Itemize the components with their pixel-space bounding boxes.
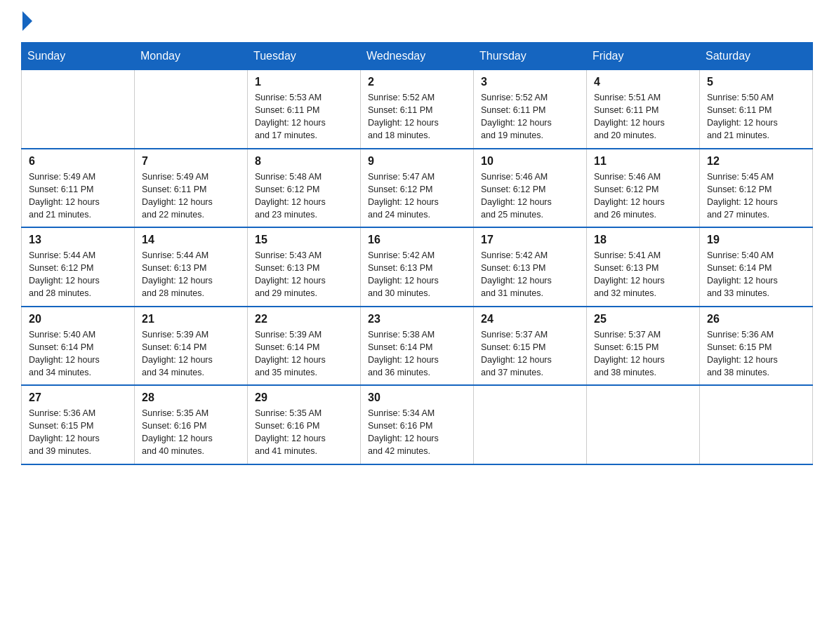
day-info: Sunrise: 5:51 AM Sunset: 6:11 PM Dayligh… <box>594 91 692 142</box>
day-number: 17 <box>481 234 579 246</box>
calendar-cell: 13Sunrise: 5:44 AM Sunset: 6:12 PM Dayli… <box>22 227 135 307</box>
day-number: 9 <box>368 155 466 168</box>
day-info: Sunrise: 5:43 AM Sunset: 6:13 PM Dayligh… <box>255 249 353 300</box>
calendar-cell <box>22 70 135 149</box>
calendar-cell: 27Sunrise: 5:36 AM Sunset: 6:15 PM Dayli… <box>22 385 135 464</box>
day-number: 8 <box>255 155 353 168</box>
day-number: 15 <box>255 234 353 246</box>
weekday-header-sunday: Sunday <box>22 43 135 70</box>
calendar-week-2: 6Sunrise: 5:49 AM Sunset: 6:11 PM Daylig… <box>22 149 813 228</box>
day-info: Sunrise: 5:37 AM Sunset: 6:15 PM Dayligh… <box>594 328 692 380</box>
calendar-cell: 29Sunrise: 5:35 AM Sunset: 6:16 PM Dayli… <box>248 385 361 464</box>
calendar-cell: 16Sunrise: 5:42 AM Sunset: 6:13 PM Dayli… <box>361 227 474 307</box>
day-number: 3 <box>481 76 579 88</box>
day-number: 11 <box>594 155 692 168</box>
logo-arrow-icon <box>22 11 32 31</box>
day-number: 5 <box>707 76 805 88</box>
day-number: 19 <box>707 234 805 246</box>
day-info: Sunrise: 5:39 AM Sunset: 6:14 PM Dayligh… <box>142 328 240 380</box>
logo <box>21 14 35 28</box>
day-info: Sunrise: 5:49 AM Sunset: 6:11 PM Dayligh… <box>29 170 127 222</box>
day-info: Sunrise: 5:42 AM Sunset: 6:13 PM Dayligh… <box>481 249 579 300</box>
day-info: Sunrise: 5:35 AM Sunset: 6:16 PM Dayligh… <box>142 407 240 458</box>
calendar-week-4: 20Sunrise: 5:40 AM Sunset: 6:14 PM Dayli… <box>22 307 813 386</box>
day-number: 18 <box>594 234 692 246</box>
calendar-cell: 8Sunrise: 5:48 AM Sunset: 6:12 PM Daylig… <box>248 149 361 228</box>
day-info: Sunrise: 5:48 AM Sunset: 6:12 PM Dayligh… <box>255 170 353 222</box>
calendar-cell: 3Sunrise: 5:52 AM Sunset: 6:11 PM Daylig… <box>474 70 587 149</box>
calendar-cell: 19Sunrise: 5:40 AM Sunset: 6:14 PM Dayli… <box>700 227 813 307</box>
calendar-cell: 12Sunrise: 5:45 AM Sunset: 6:12 PM Dayli… <box>700 149 813 228</box>
calendar-cell: 10Sunrise: 5:46 AM Sunset: 6:12 PM Dayli… <box>474 149 587 228</box>
calendar-week-5: 27Sunrise: 5:36 AM Sunset: 6:15 PM Dayli… <box>22 385 813 464</box>
day-number: 26 <box>707 313 805 326</box>
calendar-cell: 2Sunrise: 5:52 AM Sunset: 6:11 PM Daylig… <box>361 70 474 149</box>
day-info: Sunrise: 5:38 AM Sunset: 6:14 PM Dayligh… <box>368 328 466 380</box>
calendar-cell: 7Sunrise: 5:49 AM Sunset: 6:11 PM Daylig… <box>135 149 248 228</box>
day-info: Sunrise: 5:47 AM Sunset: 6:12 PM Dayligh… <box>368 170 466 222</box>
day-number: 6 <box>29 155 127 168</box>
weekday-header-saturday: Saturday <box>700 43 813 70</box>
weekday-header-tuesday: Tuesday <box>248 43 361 70</box>
calendar-cell: 26Sunrise: 5:36 AM Sunset: 6:15 PM Dayli… <box>700 307 813 386</box>
day-number: 10 <box>481 155 579 168</box>
calendar-cell: 21Sunrise: 5:39 AM Sunset: 6:14 PM Dayli… <box>135 307 248 386</box>
calendar-cell <box>474 385 587 464</box>
calendar-cell: 5Sunrise: 5:50 AM Sunset: 6:11 PM Daylig… <box>700 70 813 149</box>
calendar-cell: 25Sunrise: 5:37 AM Sunset: 6:15 PM Dayli… <box>587 307 700 386</box>
calendar-cell: 4Sunrise: 5:51 AM Sunset: 6:11 PM Daylig… <box>587 70 700 149</box>
calendar-cell: 30Sunrise: 5:34 AM Sunset: 6:16 PM Dayli… <box>361 385 474 464</box>
page-header <box>21 14 813 28</box>
day-number: 24 <box>481 313 579 326</box>
day-info: Sunrise: 5:36 AM Sunset: 6:15 PM Dayligh… <box>707 328 805 380</box>
calendar-cell: 17Sunrise: 5:42 AM Sunset: 6:13 PM Dayli… <box>474 227 587 307</box>
day-info: Sunrise: 5:44 AM Sunset: 6:13 PM Dayligh… <box>142 249 240 300</box>
day-info: Sunrise: 5:42 AM Sunset: 6:13 PM Dayligh… <box>368 249 466 300</box>
weekday-header-thursday: Thursday <box>474 43 587 70</box>
day-number: 12 <box>707 155 805 168</box>
weekday-header-wednesday: Wednesday <box>361 43 474 70</box>
day-info: Sunrise: 5:46 AM Sunset: 6:12 PM Dayligh… <box>594 170 692 222</box>
day-number: 20 <box>29 313 127 326</box>
day-info: Sunrise: 5:39 AM Sunset: 6:14 PM Dayligh… <box>255 328 353 380</box>
day-number: 29 <box>255 391 353 404</box>
day-number: 13 <box>29 234 127 246</box>
calendar-table: SundayMondayTuesdayWednesdayThursdayFrid… <box>21 42 813 465</box>
day-info: Sunrise: 5:46 AM Sunset: 6:12 PM Dayligh… <box>481 170 579 222</box>
calendar-cell: 24Sunrise: 5:37 AM Sunset: 6:15 PM Dayli… <box>474 307 587 386</box>
calendar-cell: 28Sunrise: 5:35 AM Sunset: 6:16 PM Dayli… <box>135 385 248 464</box>
day-info: Sunrise: 5:35 AM Sunset: 6:16 PM Dayligh… <box>255 407 353 458</box>
calendar-cell: 18Sunrise: 5:41 AM Sunset: 6:13 PM Dayli… <box>587 227 700 307</box>
calendar-cell <box>700 385 813 464</box>
weekday-header-friday: Friday <box>587 43 700 70</box>
day-number: 28 <box>142 391 240 404</box>
day-info: Sunrise: 5:44 AM Sunset: 6:12 PM Dayligh… <box>29 249 127 300</box>
day-info: Sunrise: 5:40 AM Sunset: 6:14 PM Dayligh… <box>29 328 127 380</box>
calendar-cell <box>135 70 248 149</box>
day-number: 25 <box>594 313 692 326</box>
calendar-week-1: 1Sunrise: 5:53 AM Sunset: 6:11 PM Daylig… <box>22 70 813 149</box>
day-number: 30 <box>368 391 466 404</box>
calendar-cell: 15Sunrise: 5:43 AM Sunset: 6:13 PM Dayli… <box>248 227 361 307</box>
day-info: Sunrise: 5:34 AM Sunset: 6:16 PM Dayligh… <box>368 407 466 458</box>
day-info: Sunrise: 5:41 AM Sunset: 6:13 PM Dayligh… <box>594 249 692 300</box>
calendar-cell: 14Sunrise: 5:44 AM Sunset: 6:13 PM Dayli… <box>135 227 248 307</box>
calendar-cell: 23Sunrise: 5:38 AM Sunset: 6:14 PM Dayli… <box>361 307 474 386</box>
day-number: 1 <box>255 76 353 88</box>
calendar-cell: 9Sunrise: 5:47 AM Sunset: 6:12 PM Daylig… <box>361 149 474 228</box>
calendar-header-row: SundayMondayTuesdayWednesdayThursdayFrid… <box>22 43 813 70</box>
calendar-cell: 6Sunrise: 5:49 AM Sunset: 6:11 PM Daylig… <box>22 149 135 228</box>
day-info: Sunrise: 5:36 AM Sunset: 6:15 PM Dayligh… <box>29 407 127 458</box>
day-number: 21 <box>142 313 240 326</box>
calendar-cell: 22Sunrise: 5:39 AM Sunset: 6:14 PM Dayli… <box>248 307 361 386</box>
day-info: Sunrise: 5:40 AM Sunset: 6:14 PM Dayligh… <box>707 249 805 300</box>
day-number: 16 <box>368 234 466 246</box>
day-number: 4 <box>594 76 692 88</box>
day-info: Sunrise: 5:52 AM Sunset: 6:11 PM Dayligh… <box>368 91 466 142</box>
calendar-cell <box>587 385 700 464</box>
day-info: Sunrise: 5:37 AM Sunset: 6:15 PM Dayligh… <box>481 328 579 380</box>
day-number: 2 <box>368 76 466 88</box>
day-number: 22 <box>255 313 353 326</box>
calendar-cell: 1Sunrise: 5:53 AM Sunset: 6:11 PM Daylig… <box>248 70 361 149</box>
day-info: Sunrise: 5:49 AM Sunset: 6:11 PM Dayligh… <box>142 170 240 222</box>
